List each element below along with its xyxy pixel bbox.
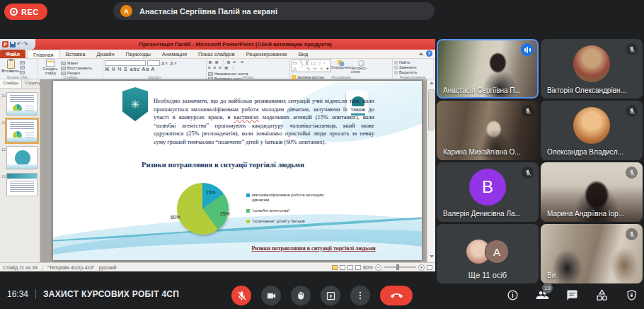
normal-view-icon[interactable] bbox=[332, 265, 338, 270]
host-controls-button[interactable] bbox=[624, 288, 638, 302]
quick-access-toolbar[interactable]: P ↶ ↷ bbox=[0, 39, 35, 50]
list-buttons[interactable]: ≣ ≣ ⋮≣ ⇤ ⇥ bbox=[208, 60, 242, 65]
scrollbar-thumb[interactable] bbox=[428, 89, 435, 130]
slide-thumbnail-current[interactable] bbox=[6, 119, 38, 142]
find-button[interactable]: Найти bbox=[394, 60, 417, 64]
audio-active-icon bbox=[521, 43, 534, 56]
layout-button[interactable]: Макет bbox=[61, 61, 92, 65]
participant-tile-viktoria[interactable]: Вікторія Олександрівн... bbox=[541, 39, 643, 99]
scroll-up-icon[interactable] bbox=[430, 82, 434, 84]
present-screen-button[interactable] bbox=[321, 286, 340, 305]
grow-shrink-font-icons[interactable]: A˄ A˅ bbox=[161, 61, 178, 66]
presenter-name: Анастасія Сергіївна Палій на екрані bbox=[139, 7, 277, 16]
screen-share-banner: А Анастасія Сергіївна Палій на екрані bbox=[113, 2, 435, 20]
camera-toggle-button[interactable] bbox=[261, 286, 281, 305]
undo-icon[interactable]: ↶ bbox=[17, 39, 22, 50]
chat-button[interactable] bbox=[565, 288, 579, 302]
participants-button[interactable]: 19 bbox=[535, 288, 549, 302]
reading-view-icon[interactable] bbox=[347, 265, 353, 270]
participants-grid: Анастасія Сергіївна П... Вікторія Олекса… bbox=[437, 39, 643, 283]
slide-thumbnail[interactable] bbox=[6, 173, 38, 196]
zoom-slider[interactable] bbox=[384, 266, 416, 268]
help-icon[interactable]: ? bbox=[426, 50, 432, 57]
slide-counter: Слайд 11 из 34 bbox=[3, 265, 38, 270]
slide-sorter-icon[interactable] bbox=[340, 265, 345, 270]
quick-styles-button[interactable]: Экспресс-стили bbox=[351, 60, 371, 74]
slide-paragraph: Необхідно зазначити, що до найбільш ризи… bbox=[154, 97, 374, 147]
language-indicator[interactable]: русский bbox=[98, 265, 116, 270]
font-name-select[interactable] bbox=[105, 60, 146, 66]
font-group: A˄ A˅ Ж К Ч S abc Aa A Шрифт bbox=[103, 59, 207, 79]
ribbon-tabs: Файл Главная Вставка Дизайн Переходы Ани… bbox=[0, 50, 435, 59]
slide-thumbnail[interactable] bbox=[6, 92, 38, 116]
raise-hand-button[interactable] bbox=[291, 286, 311, 305]
tab-view[interactable]: Вид bbox=[293, 50, 314, 58]
participant-tile-oleksandra[interactable]: Олександра Владисл... bbox=[541, 101, 643, 160]
participant-tile-overflow[interactable]: А Ще 11 осіб bbox=[437, 224, 539, 283]
chart-title: Ризики потрапляння в ситуації торгівлі л… bbox=[124, 160, 322, 169]
arrange-button[interactable]: Упорядочить bbox=[331, 60, 351, 69]
select-button[interactable]: Выделить bbox=[394, 70, 417, 74]
copy-icon[interactable] bbox=[20, 66, 25, 69]
shapes-gallery[interactable]: ▭ ╲ ╳ ▢ ○ ◦ △ ⌒ ∿ ⇨ ☆ ▾ bbox=[292, 60, 331, 72]
zoom-out-icon[interactable]: − bbox=[375, 264, 381, 271]
replace-button[interactable]: Заменить bbox=[394, 65, 417, 69]
activities-button[interactable] bbox=[594, 288, 609, 302]
end-call-button[interactable] bbox=[380, 286, 413, 305]
ribbon: Вставить Буфер обм... Создать слайд Маке… bbox=[0, 59, 435, 79]
figure-caption: Ризики потрапляння в ситуації торгівлі л… bbox=[229, 245, 398, 252]
clipboard-group: Вставить Буфер обм... bbox=[0, 59, 38, 79]
paragraph-group: ≣ ≣ ⋮≣ ⇤ ⇥ ≡ ≡ ≡ ≣ ⋮ Направление текста … bbox=[207, 59, 290, 79]
zoom-in-icon[interactable]: + bbox=[418, 264, 425, 271]
paste-button[interactable]: Вставить bbox=[1, 60, 20, 73]
tab-file[interactable]: Файл bbox=[0, 50, 25, 58]
divider bbox=[35, 289, 36, 299]
current-slide[interactable]: ✳ Необхідно зазначити, що до найбільш ри… bbox=[53, 81, 422, 260]
pie-label-25: 25% bbox=[220, 211, 230, 216]
arrange-icon bbox=[338, 60, 345, 66]
tab-slideshow[interactable]: Показ слайдов bbox=[192, 50, 241, 58]
more-options-button[interactable] bbox=[350, 286, 370, 305]
reset-button[interactable]: Восстановить bbox=[61, 66, 92, 70]
slides-tab[interactable]: Слайды bbox=[0, 79, 22, 88]
meeting-details-button[interactable] bbox=[505, 288, 519, 302]
redo-icon[interactable]: ↷ bbox=[23, 39, 28, 50]
vertical-scrollbar[interactable] bbox=[427, 79, 435, 262]
slides-group: Создать слайд Макет Восстановить Раздел … bbox=[38, 59, 103, 79]
ppt-status-bar: Слайд 11 из 34 | “Template-4corp-4x3” ру… bbox=[0, 262, 435, 271]
participant-tile-valeria[interactable]: В Валерія Денисівна Ла... bbox=[437, 162, 539, 222]
slideshow-icon[interactable] bbox=[355, 265, 361, 270]
participant-tile-you[interactable]: Ви bbox=[541, 224, 643, 283]
legend-swatch bbox=[246, 209, 250, 213]
participant-tile-maryna[interactable]: Марина Андріївна Іор... bbox=[541, 162, 643, 222]
mic-toggle-button[interactable] bbox=[231, 286, 251, 305]
font-style-buttons[interactable]: Ж К Ч S abc Aa A bbox=[105, 66, 205, 72]
ppt-window-title: Презентація Палій - Microsoft PowerPoint… bbox=[35, 39, 435, 50]
cut-icon[interactable] bbox=[20, 61, 25, 64]
participant-tile-anastasia[interactable]: Анастасія Сергіївна П... bbox=[437, 39, 539, 99]
overflow-count-label: Ще 11 осіб bbox=[437, 271, 539, 279]
save-icon[interactable] bbox=[10, 42, 16, 47]
tab-animations[interactable]: Анимация bbox=[156, 50, 192, 58]
tab-review[interactable]: Рецензирование bbox=[241, 50, 293, 58]
minimize-ribbon-icon[interactable] bbox=[419, 52, 423, 55]
presenter-avatar: А bbox=[120, 5, 132, 17]
new-slide-button[interactable]: Создать слайд bbox=[40, 60, 61, 75]
template-name: “Template-4corp-4x3” bbox=[47, 265, 95, 270]
tab-home[interactable]: Главная bbox=[27, 50, 60, 58]
scroll-down-icon[interactable] bbox=[430, 255, 434, 258]
fit-to-window-icon[interactable] bbox=[427, 265, 432, 270]
call-controls bbox=[231, 286, 413, 305]
tab-transitions[interactable]: Переходы bbox=[120, 50, 156, 58]
participant-tile-karina[interactable]: Карина Михайлівна О... bbox=[437, 101, 539, 160]
format-painter-icon[interactable] bbox=[20, 71, 25, 74]
tab-insert[interactable]: Вставка bbox=[60, 50, 91, 58]
letter-avatar: В bbox=[469, 169, 506, 206]
align-buttons[interactable]: ≡ ≡ ≡ ≣ ⋮ bbox=[208, 65, 242, 71]
zoom-level: 80% bbox=[363, 265, 373, 270]
record-icon bbox=[10, 8, 18, 16]
tab-design[interactable]: Дизайн bbox=[91, 50, 120, 58]
font-size-select[interactable] bbox=[147, 60, 160, 66]
slide-thumbnail[interactable] bbox=[6, 146, 38, 169]
chart-legend: малокваліфікована робота молодим дівчата… bbox=[246, 193, 335, 230]
